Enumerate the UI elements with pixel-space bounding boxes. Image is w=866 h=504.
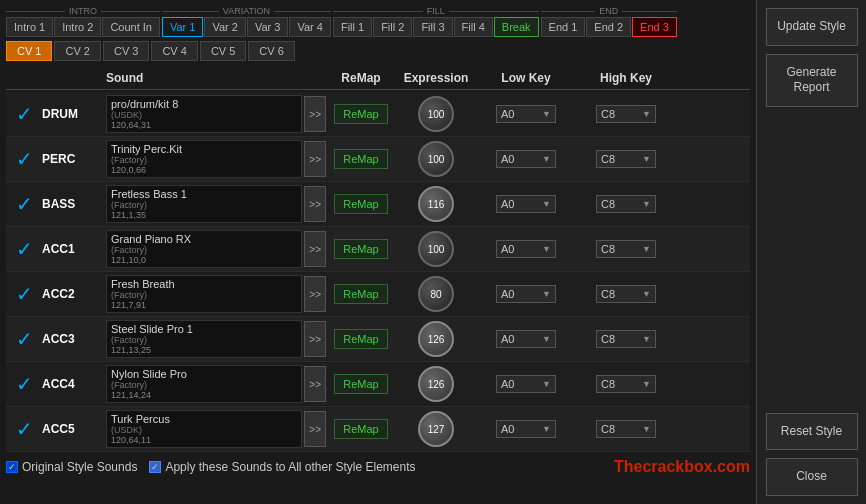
var3-button[interactable]: Var 3 bbox=[247, 17, 288, 37]
cv5-tab[interactable]: CV 5 bbox=[200, 41, 246, 61]
high-key-select[interactable]: C8 ▼ bbox=[596, 285, 656, 303]
low-key-select[interactable]: A0 ▼ bbox=[496, 195, 556, 213]
low-key-select[interactable]: A0 ▼ bbox=[496, 330, 556, 348]
low-key-select[interactable]: A0 ▼ bbox=[496, 150, 556, 168]
high-key-select[interactable]: C8 ▼ bbox=[596, 420, 656, 438]
var1-button[interactable]: Var 1 bbox=[162, 17, 203, 37]
high-key-select[interactable]: C8 ▼ bbox=[596, 105, 656, 123]
end2-button[interactable]: End 2 bbox=[586, 17, 631, 37]
remap-button[interactable]: ReMap bbox=[334, 149, 387, 169]
fill1-button[interactable]: Fill 1 bbox=[333, 17, 372, 37]
high-key-select[interactable]: C8 ▼ bbox=[596, 375, 656, 393]
remap-cell: ReMap bbox=[326, 329, 396, 349]
sound-arrow-button[interactable]: >> bbox=[304, 186, 326, 222]
update-style-button[interactable]: Update Style bbox=[766, 8, 858, 46]
sound-nums: 121,14,24 bbox=[111, 390, 297, 400]
sound-source: (USDK) bbox=[111, 110, 297, 120]
sound-arrow-button[interactable]: >> bbox=[304, 141, 326, 177]
check-icon[interactable]: ✓ bbox=[6, 327, 42, 351]
remap-button[interactable]: ReMap bbox=[334, 419, 387, 439]
intro1-button[interactable]: Intro 1 bbox=[6, 17, 53, 37]
remap-button[interactable]: ReMap bbox=[334, 329, 387, 349]
remap-button[interactable]: ReMap bbox=[334, 104, 387, 124]
cv4-tab[interactable]: CV 4 bbox=[151, 41, 197, 61]
remap-cell: ReMap bbox=[326, 419, 396, 439]
expression-dial[interactable]: 127 bbox=[418, 411, 454, 447]
expression-cell: 100 bbox=[396, 96, 476, 132]
remap-button[interactable]: ReMap bbox=[334, 194, 387, 214]
check-icon[interactable]: ✓ bbox=[6, 372, 42, 396]
expression-dial[interactable]: 80 bbox=[418, 276, 454, 312]
check-icon[interactable]: ✓ bbox=[6, 282, 42, 306]
table-row: ✓ ACC4 Nylon Slide Pro (Factory) 121,14,… bbox=[6, 362, 750, 407]
expression-dial[interactable]: 126 bbox=[418, 321, 454, 357]
sound-arrow-button[interactable]: >> bbox=[304, 96, 326, 132]
remap-button[interactable]: ReMap bbox=[334, 284, 387, 304]
sound-arrow-button[interactable]: >> bbox=[304, 231, 326, 267]
low-key-select[interactable]: A0 ▼ bbox=[496, 285, 556, 303]
instrument-name: ACC2 bbox=[42, 287, 106, 301]
sound-header: Sound bbox=[106, 71, 326, 85]
generate-report-button[interactable]: Generate Report bbox=[766, 54, 858, 107]
break-button[interactable]: Break bbox=[494, 17, 539, 37]
expression-dial[interactable]: 126 bbox=[418, 366, 454, 402]
cv3-tab[interactable]: CV 3 bbox=[103, 41, 149, 61]
intro2-button[interactable]: Intro 2 bbox=[54, 17, 101, 37]
sound-box: Fresh Breath (Factory) 121,7,91 >> bbox=[106, 275, 326, 313]
reset-style-button[interactable]: Reset Style bbox=[766, 413, 858, 451]
var2-button[interactable]: Var 2 bbox=[204, 17, 245, 37]
instrument-name: DRUM bbox=[42, 107, 106, 121]
check-icon[interactable]: ✓ bbox=[6, 102, 42, 126]
sound-arrow-button[interactable]: >> bbox=[304, 366, 326, 402]
sound-name: Trinity Perc.Kit bbox=[111, 143, 297, 155]
remap-cell: ReMap bbox=[326, 239, 396, 259]
low-key-select[interactable]: A0 ▼ bbox=[496, 420, 556, 438]
low-key-select[interactable]: A0 ▼ bbox=[496, 240, 556, 258]
original-sounds-checkbox[interactable]: ✓ bbox=[6, 461, 18, 473]
high-key-select[interactable]: C8 ▼ bbox=[596, 330, 656, 348]
high-key-select[interactable]: C8 ▼ bbox=[596, 150, 656, 168]
remap-button[interactable]: ReMap bbox=[334, 374, 387, 394]
check-icon[interactable]: ✓ bbox=[6, 147, 42, 171]
expression-dial[interactable]: 100 bbox=[418, 96, 454, 132]
expression-dial[interactable]: 116 bbox=[418, 186, 454, 222]
high-key-dropdown-arrow: ▼ bbox=[642, 199, 651, 209]
expression-dial[interactable]: 100 bbox=[418, 231, 454, 267]
high-key-cell: C8 ▼ bbox=[576, 195, 676, 213]
remap-button[interactable]: ReMap bbox=[334, 239, 387, 259]
countin-button[interactable]: Count In bbox=[102, 17, 160, 37]
low-key-cell: A0 ▼ bbox=[476, 420, 576, 438]
sound-name: Fresh Breath bbox=[111, 278, 297, 290]
sound-source: (Factory) bbox=[111, 155, 297, 165]
var4-button[interactable]: Var 4 bbox=[289, 17, 330, 37]
low-key-select[interactable]: A0 ▼ bbox=[496, 375, 556, 393]
close-button[interactable]: Close bbox=[766, 458, 858, 496]
check-icon[interactable]: ✓ bbox=[6, 417, 42, 441]
remap-cell: ReMap bbox=[326, 194, 396, 214]
high-key-cell: C8 ▼ bbox=[576, 105, 676, 123]
instrument-name: ACC1 bbox=[42, 242, 106, 256]
low-key-select[interactable]: A0 ▼ bbox=[496, 105, 556, 123]
cv1-tab[interactable]: CV 1 bbox=[6, 41, 52, 61]
fill3-button[interactable]: Fill 3 bbox=[413, 17, 452, 37]
sound-box: Trinity Perc.Kit (Factory) 120,0,66 >> bbox=[106, 140, 326, 178]
apply-sounds-checkbox[interactable]: ✓ bbox=[149, 461, 161, 473]
low-key-dropdown-arrow: ▼ bbox=[542, 289, 551, 299]
fill4-button[interactable]: Fill 4 bbox=[454, 17, 493, 37]
high-key-select[interactable]: C8 ▼ bbox=[596, 240, 656, 258]
end1-button[interactable]: End 1 bbox=[541, 17, 586, 37]
cv6-tab[interactable]: CV 6 bbox=[248, 41, 294, 61]
sound-arrow-button[interactable]: >> bbox=[304, 276, 326, 312]
sound-box: Fretless Bass 1 (Factory) 121,1,35 >> bbox=[106, 185, 326, 223]
fill2-button[interactable]: Fill 2 bbox=[373, 17, 412, 37]
expression-dial[interactable]: 100 bbox=[418, 141, 454, 177]
end3-button[interactable]: End 3 bbox=[632, 17, 677, 37]
sound-arrow-button[interactable]: >> bbox=[304, 411, 326, 447]
sound-box: Grand Piano RX (Factory) 121,10,0 >> bbox=[106, 230, 326, 268]
check-icon[interactable]: ✓ bbox=[6, 237, 42, 261]
check-icon[interactable]: ✓ bbox=[6, 192, 42, 216]
sound-arrow-button[interactable]: >> bbox=[304, 321, 326, 357]
cv2-tab[interactable]: CV 2 bbox=[54, 41, 100, 61]
table-row: ✓ BASS Fretless Bass 1 (Factory) 121,1,3… bbox=[6, 182, 750, 227]
high-key-select[interactable]: C8 ▼ bbox=[596, 195, 656, 213]
